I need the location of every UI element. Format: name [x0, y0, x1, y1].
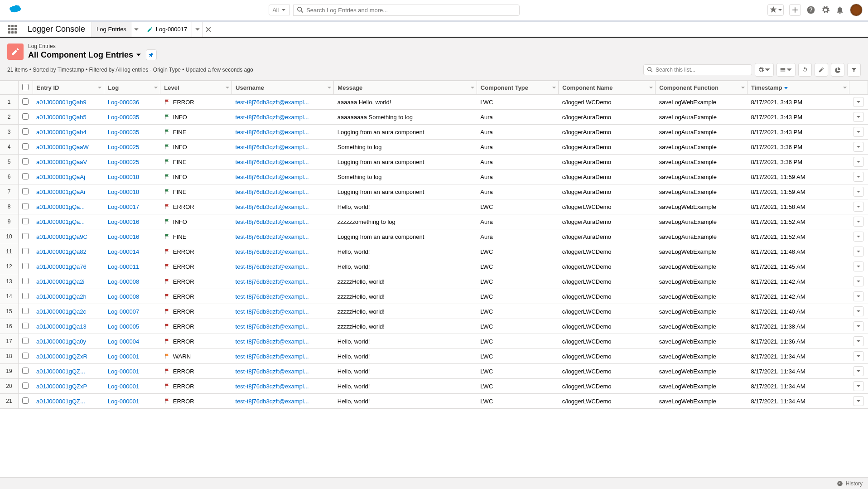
row-action-menu[interactable]	[853, 261, 864, 271]
row-checkbox[interactable]	[22, 263, 29, 269]
user-avatar[interactable]	[850, 4, 863, 16]
cell-username[interactable]: test-t8j76db3qzft@exampl...	[232, 125, 334, 140]
cell-log[interactable]: Log-000008	[104, 274, 160, 289]
pin-list-button[interactable]	[146, 49, 157, 60]
cell-entry-id[interactable]: a01J000001gQa2c	[33, 304, 104, 319]
cell-entry-id[interactable]: a01J000001gQab5	[33, 110, 104, 125]
row-checkbox[interactable]	[22, 158, 29, 165]
cell-entry-id[interactable]: a01J000001gQa2i	[33, 274, 104, 289]
cell-log[interactable]: Log-000025	[104, 140, 160, 155]
cell-username[interactable]: test-t8j76db3qzft@exampl...	[232, 244, 334, 259]
column-header[interactable]: Message	[334, 81, 477, 95]
row-checkbox[interactable]	[22, 308, 29, 314]
row-action-menu[interactable]	[853, 306, 864, 316]
cell-entry-id[interactable]: a01J000001gQaaW	[33, 140, 104, 155]
row-checkbox[interactable]	[22, 143, 29, 150]
row-select[interactable]	[19, 169, 33, 184]
setup-gear-icon[interactable]	[821, 5, 830, 15]
row-checkbox[interactable]	[22, 397, 29, 404]
cell-entry-id[interactable]: a01J000001gQZxP	[33, 379, 104, 394]
row-select[interactable]	[19, 244, 33, 259]
workspace-tab[interactable]: Log-000017	[142, 22, 192, 37]
row-action-menu[interactable]	[853, 157, 864, 167]
cell-username[interactable]: test-t8j76db3qzft@exampl...	[232, 379, 334, 394]
cell-log[interactable]: Log-000008	[104, 289, 160, 304]
column-header[interactable]: Entry ID	[33, 81, 104, 95]
cell-username[interactable]: test-t8j76db3qzft@exampl...	[232, 169, 334, 184]
row-select[interactable]	[19, 289, 33, 304]
cell-log[interactable]: Log-000001	[104, 364, 160, 379]
cell-log[interactable]: Log-000025	[104, 155, 160, 169]
cell-log[interactable]: Log-000011	[104, 259, 160, 274]
row-checkbox[interactable]	[22, 98, 29, 105]
column-header[interactable]: Component Name	[559, 81, 656, 95]
row-action-menu[interactable]	[853, 187, 864, 197]
column-header[interactable]: Timestamp	[747, 81, 849, 95]
app-launcher-button[interactable]	[4, 22, 21, 37]
row-action-menu[interactable]	[853, 336, 864, 346]
row-action-menu[interactable]	[853, 217, 864, 227]
cell-log[interactable]: Log-000016	[104, 229, 160, 244]
cell-log[interactable]: Log-000016	[104, 214, 160, 229]
row-action-menu[interactable]	[853, 276, 864, 286]
column-header[interactable]: Log	[104, 81, 160, 95]
row-action-menu[interactable]	[853, 247, 864, 257]
cell-entry-id[interactable]: a01J000001gQZ...	[33, 364, 104, 379]
row-checkbox[interactable]	[22, 338, 29, 344]
global-actions-button[interactable]	[789, 4, 801, 16]
cell-entry-id[interactable]: a01J000001gQa9C	[33, 229, 104, 244]
row-select[interactable]	[19, 155, 33, 169]
row-select[interactable]	[19, 304, 33, 319]
cell-log[interactable]: Log-000004	[104, 334, 160, 349]
cell-username[interactable]: test-t8j76db3qzft@exampl...	[232, 155, 334, 169]
cell-entry-id[interactable]: a01J000001gQab4	[33, 125, 104, 140]
row-select[interactable]	[19, 319, 33, 334]
row-action-menu[interactable]	[853, 97, 864, 107]
row-checkbox[interactable]	[22, 203, 29, 209]
global-search-input[interactable]	[306, 7, 516, 14]
favorites-button[interactable]	[767, 4, 784, 16]
cell-log[interactable]: Log-000014	[104, 244, 160, 259]
cell-entry-id[interactable]: a01J000001gQa2h	[33, 289, 104, 304]
row-action-menu[interactable]	[853, 172, 864, 182]
global-search[interactable]	[293, 5, 520, 16]
col-select[interactable]	[19, 81, 33, 95]
cell-log[interactable]: Log-000018	[104, 169, 160, 184]
row-checkbox[interactable]	[22, 248, 29, 254]
history-button[interactable]: History	[846, 480, 863, 487]
row-action-menu[interactable]	[853, 127, 864, 137]
cell-entry-id[interactable]: a01J000001gQa13	[33, 319, 104, 334]
row-select[interactable]	[19, 334, 33, 349]
filter-button[interactable]	[847, 63, 861, 77]
cell-username[interactable]: test-t8j76db3qzft@exampl...	[232, 394, 334, 409]
cell-username[interactable]: test-t8j76db3qzft@exampl...	[232, 110, 334, 125]
row-checkbox[interactable]	[22, 382, 29, 389]
edit-list-button[interactable]	[815, 63, 828, 77]
row-checkbox[interactable]	[22, 293, 29, 299]
row-action-menu[interactable]	[853, 112, 864, 122]
display-as-button[interactable]	[776, 63, 796, 77]
row-checkbox[interactable]	[22, 353, 29, 359]
column-header[interactable]: Component Type	[477, 81, 558, 95]
cell-username[interactable]: test-t8j76db3qzft@exampl...	[232, 289, 334, 304]
cell-username[interactable]: test-t8j76db3qzft@exampl...	[232, 199, 334, 214]
workspace-tab[interactable]: Log Entries	[92, 22, 131, 37]
select-all-checkbox[interactable]	[22, 84, 29, 90]
cell-username[interactable]: test-t8j76db3qzft@exampl...	[232, 349, 334, 364]
cell-entry-id[interactable]: a01J000001gQZ...	[33, 394, 104, 409]
column-header[interactable]: Username	[232, 81, 334, 95]
row-checkbox[interactable]	[22, 278, 29, 284]
cell-entry-id[interactable]: a01J000001gQa...	[33, 199, 104, 214]
row-select[interactable]	[19, 364, 33, 379]
row-select[interactable]	[19, 125, 33, 140]
cell-username[interactable]: test-t8j76db3qzft@exampl...	[232, 334, 334, 349]
cell-entry-id[interactable]: a01J000001gQa82	[33, 244, 104, 259]
row-checkbox[interactable]	[22, 368, 29, 374]
cell-log[interactable]: Log-000017	[104, 199, 160, 214]
cell-username[interactable]: test-t8j76db3qzft@exampl...	[232, 214, 334, 229]
row-action-menu[interactable]	[853, 232, 864, 242]
chart-button[interactable]	[831, 63, 844, 77]
cell-username[interactable]: test-t8j76db3qzft@exampl...	[232, 304, 334, 319]
row-action-menu[interactable]	[853, 202, 864, 212]
refresh-button[interactable]	[798, 63, 812, 77]
